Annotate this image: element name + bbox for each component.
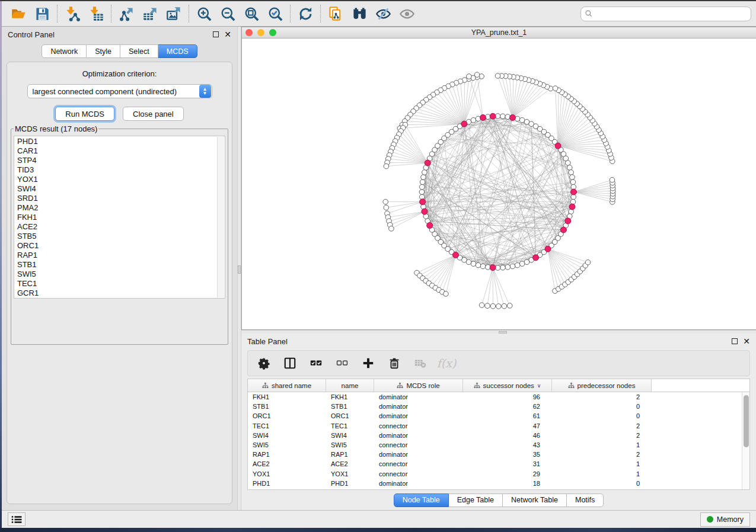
table-cell[interactable]: ACE2 <box>248 460 326 467</box>
table-cell[interactable]: FKH1 <box>248 393 326 400</box>
mcds-result-item[interactable]: STB1 <box>17 260 216 270</box>
mcds-result-item[interactable]: YOX1 <box>17 175 216 184</box>
table-cell[interactable]: SWI5 <box>326 441 374 448</box>
table-cell[interactable]: PHD1 <box>326 480 374 487</box>
table-cell[interactable]: ORC1 <box>326 412 374 419</box>
table-cell[interactable]: 2 <box>552 393 652 400</box>
open-file-button[interactable] <box>7 4 30 24</box>
column-header-predecessor-nodes[interactable]: predecessor nodes <box>552 379 652 392</box>
mcds-result-item[interactable]: RAP1 <box>17 251 216 260</box>
table-cell[interactable]: 43 <box>463 441 552 448</box>
column-visibility-button[interactable] <box>281 354 299 372</box>
table-cell[interactable]: SWI4 <box>248 432 326 439</box>
table-cell[interactable]: 0 <box>552 480 652 487</box>
splitter-handle[interactable] <box>238 265 241 274</box>
table-cell[interactable]: 18 <box>463 480 552 487</box>
tab-select[interactable]: Select <box>120 44 158 58</box>
find-button[interactable] <box>347 4 371 24</box>
table-cell[interactable]: 96 <box>463 393 552 400</box>
table-cell[interactable]: 46 <box>463 432 552 439</box>
table-cell[interactable]: connector <box>374 441 463 448</box>
table-row[interactable]: YOX1YOX1connector291 <box>248 469 749 479</box>
select-all-button[interactable] <box>307 354 325 372</box>
export-network-button[interactable] <box>114 4 138 24</box>
table-cell[interactable]: FKH1 <box>326 393 374 400</box>
table-cell[interactable]: 29 <box>463 470 552 477</box>
table-row[interactable]: ACE2ACE2connector311 <box>248 459 749 469</box>
mcds-result-item[interactable]: ORC1 <box>17 241 216 251</box>
table-row[interactable]: STB1STB1dominator620 <box>248 402 749 411</box>
column-header-successor-nodes[interactable]: successor nodes∨ <box>463 379 552 392</box>
table-cell[interactable]: dominator <box>374 432 463 439</box>
column-header-MCDS-role[interactable]: MCDS role <box>374 379 463 392</box>
list-scrollbar[interactable] <box>217 137 224 297</box>
table-cell[interactable]: ORC1 <box>248 412 326 419</box>
mcds-result-item[interactable]: STP4 <box>17 156 216 165</box>
table-cell[interactable]: 2 <box>552 451 652 458</box>
mcds-result-item[interactable]: SWI4 <box>17 184 216 194</box>
horizontal-splitter[interactable] <box>241 330 756 334</box>
close-table-panel-icon[interactable]: ✕ <box>743 338 750 344</box>
table-cell[interactable]: dominator <box>374 403 463 410</box>
table-cell[interactable]: 31 <box>463 460 552 467</box>
mcds-result-item[interactable]: TEC1 <box>17 279 216 289</box>
table-cell[interactable]: 47 <box>463 422 552 430</box>
table-cell[interactable]: STB1 <box>248 403 326 410</box>
search-input[interactable] <box>595 9 747 18</box>
column-header-name[interactable]: name <box>326 379 374 392</box>
hide-labels-button[interactable] <box>371 4 395 24</box>
table-cell[interactable]: 61 <box>463 412 552 419</box>
mcds-result-item[interactable]: ACE2 <box>17 222 216 232</box>
mcds-result-item[interactable]: CAR1 <box>17 146 216 156</box>
table-cell[interactable]: SWI4 <box>326 432 374 439</box>
mcds-result-item[interactable]: SWI5 <box>17 270 216 279</box>
tab-network-table[interactable]: Network Table <box>503 493 567 507</box>
table-cell[interactable]: RAP1 <box>326 451 374 458</box>
table-cell[interactable]: 0 <box>552 403 652 410</box>
table-cell[interactable]: connector <box>374 422 463 430</box>
import-network-button[interactable] <box>60 4 84 24</box>
import-table-button[interactable] <box>84 4 108 24</box>
table-cell[interactable]: 35 <box>463 451 552 458</box>
zoom-out-button[interactable] <box>216 4 240 24</box>
export-table-button[interactable] <box>138 4 162 24</box>
zoom-in-button[interactable] <box>192 4 216 24</box>
table-cell[interactable]: 2 <box>552 422 652 430</box>
export-image-button[interactable] <box>162 4 186 24</box>
table-cell[interactable]: 1 <box>552 470 652 477</box>
criterion-dropdown[interactable]: largest connected component (undirected)… <box>27 84 212 98</box>
table-row[interactable]: ORC1ORC1dominator610 <box>248 411 749 421</box>
float-panel-icon[interactable] <box>213 31 219 37</box>
zoom-fit-button[interactable] <box>240 4 263 24</box>
table-cell[interactable]: dominator <box>374 451 463 458</box>
close-panel-icon[interactable]: ✕ <box>224 31 231 37</box>
refresh-button[interactable] <box>294 4 317 24</box>
table-cell[interactable]: SWI5 <box>248 441 326 448</box>
mcds-result-item[interactable]: GCR1 <box>17 289 216 298</box>
mcds-result-item[interactable]: PMA2 <box>17 203 216 213</box>
table-cell[interactable]: YOX1 <box>326 470 374 477</box>
close-panel-button[interactable]: Close panel <box>123 107 184 121</box>
mcds-result-item[interactable]: STB5 <box>17 232 216 241</box>
table-row[interactable]: RAP1RAP1dominator352 <box>248 450 749 459</box>
tab-network[interactable]: Network <box>42 44 87 58</box>
tab-mcds[interactable]: MCDS <box>158 44 197 58</box>
table-cell[interactable]: YOX1 <box>248 470 326 477</box>
table-cell[interactable]: connector <box>374 470 463 477</box>
table-row[interactable]: SWI4SWI4dominator462 <box>248 431 749 440</box>
table-cell[interactable]: STB1 <box>326 403 374 410</box>
deselect-all-button[interactable] <box>333 354 351 372</box>
mcds-result-item[interactable]: TID3 <box>17 165 216 175</box>
table-row[interactable]: FKH1FKH1dominator962 <box>248 392 749 402</box>
table-cell[interactable]: RAP1 <box>248 451 326 458</box>
float-table-panel-icon[interactable] <box>732 338 738 344</box>
table-cell[interactable]: dominator <box>374 393 463 400</box>
run-mcds-button[interactable]: Run MCDS <box>55 107 114 121</box>
clone-network-button[interactable] <box>324 4 347 24</box>
table-scrollbar[interactable] <box>742 392 749 489</box>
mcds-result-item[interactable]: PHD1 <box>17 137 216 146</box>
table-cell[interactable]: PHD1 <box>248 480 326 487</box>
table-cell[interactable]: connector <box>374 460 463 467</box>
table-cell[interactable]: 62 <box>463 403 552 410</box>
table-cell[interactable]: dominator <box>374 480 463 487</box>
